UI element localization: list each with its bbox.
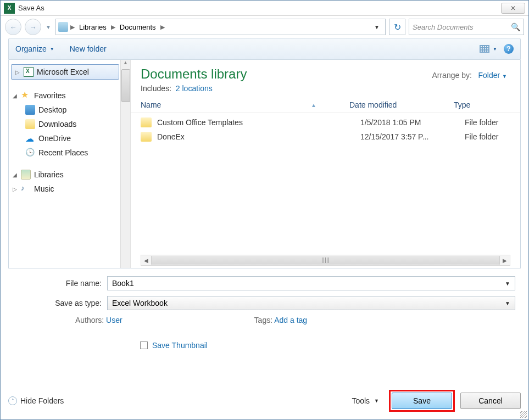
chevron-down-icon: ▼ — [502, 74, 507, 79]
filetype-value: Excel Workbook — [112, 299, 168, 307]
chevron-down-icon[interactable]: ▼ — [505, 281, 510, 287]
tags-field[interactable]: Add a tag — [274, 316, 307, 324]
file-name: DoneEx — [157, 132, 360, 141]
search-input[interactable]: Search Documents 🔍 — [409, 19, 524, 35]
folder-icon — [25, 119, 35, 129]
expand-icon[interactable]: ▷ — [15, 69, 20, 75]
sidebar-item-desktop[interactable]: Desktop — [9, 103, 130, 117]
tags-label: Tags: — [254, 316, 272, 324]
folder-icon — [141, 132, 152, 142]
titlebar: Save As ✕ — [1, 1, 528, 16]
save-thumbnail-label: Save Thumbnail — [152, 341, 208, 350]
collapse-icon[interactable]: ◢ — [12, 172, 18, 178]
authors-field[interactable]: User — [106, 316, 122, 324]
column-header-type[interactable]: Type — [454, 100, 510, 109]
tools-menu[interactable]: Tools ▼ — [352, 396, 379, 405]
column-header-date[interactable]: Date modified — [349, 100, 454, 109]
chevron-right-icon[interactable]: ▶ — [160, 24, 165, 31]
navigation-bar: ← → ▼ ▶ Libraries ▶ Documents ▶ ▼ ↻ Sear… — [1, 16, 528, 38]
file-list-pane: Documents library Includes: 2 locations … — [131, 60, 520, 268]
sidebar-item-favorites[interactable]: ◢ ★ Favorites — [9, 88, 130, 103]
file-rows: Custom Office Templates 1/5/2018 1:05 PM… — [131, 113, 520, 146]
scrollbar-track[interactable] — [151, 256, 500, 265]
chevron-down-icon: ▼ — [493, 47, 497, 52]
sidebar-item-libraries[interactable]: ◢ Libraries — [9, 167, 130, 182]
sidebar-item-downloads[interactable]: Downloads — [9, 117, 130, 131]
file-row[interactable]: Custom Office Templates 1/5/2018 1:05 PM… — [141, 115, 510, 130]
organize-label: Organize — [15, 44, 47, 53]
arrange-by[interactable]: Arrange by: Folder ▼ — [432, 71, 507, 80]
sidebar-item-recent-places[interactable]: 🕓 Recent Places — [9, 145, 130, 160]
hide-folders-button[interactable]: ˄ Hide Folders — [8, 396, 64, 405]
sidebar-item-music[interactable]: ▷ ♪ Music — [9, 182, 130, 196]
chevron-right-icon[interactable]: ▶ — [111, 24, 115, 31]
navigation-pane[interactable]: ▷ Microsoft Excel ◢ ★ Favorites Desktop — [9, 60, 131, 268]
excel-app-icon — [4, 3, 15, 14]
forward-button[interactable]: → — [25, 19, 41, 35]
desktop-icon — [25, 105, 35, 115]
save-button[interactable]: Save — [392, 393, 452, 409]
column-header-label: Name — [141, 100, 161, 109]
scroll-left-icon[interactable]: ◀ — [141, 255, 151, 265]
file-type: File folder — [465, 132, 510, 141]
refresh-button[interactable]: ↻ — [389, 19, 405, 35]
music-icon: ♪ — [21, 184, 31, 194]
folder-icon — [141, 117, 152, 127]
save-thumbnail-row: Save Thumbnail — [14, 341, 515, 350]
chevron-right-icon[interactable]: ▶ — [70, 24, 75, 31]
sidebar-item-label: Music — [34, 184, 54, 193]
organize-menu[interactable]: Organize ▼ — [15, 44, 54, 53]
file-date: 12/15/2017 3:57 P... — [360, 132, 465, 141]
collapse-icon[interactable]: ◢ — [12, 93, 18, 99]
scrollbar-thumb[interactable] — [121, 69, 130, 102]
save-as-dialog: Save As ✕ ← → ▼ ▶ Libraries ▶ Documents … — [0, 0, 529, 420]
scroll-up-icon[interactable]: ▲ — [121, 60, 130, 69]
collapse-icon: ˄ — [8, 396, 17, 405]
sidebar-item-label: Microsoft Excel — [37, 68, 89, 76]
breadcrumb-documents[interactable]: Documents — [118, 19, 158, 35]
dialog-footer: ˄ Hide Folders Tools ▼ Save Cancel — [8, 390, 521, 412]
scroll-right-icon[interactable]: ▶ — [500, 255, 510, 265]
address-bar[interactable]: ▶ Libraries ▶ Documents ▶ ▼ — [55, 19, 386, 35]
breadcrumb-libraries[interactable]: Libraries — [77, 19, 109, 35]
column-header-name[interactable]: Name ▲ — [141, 100, 349, 109]
view-options[interactable]: ▼ — [480, 45, 497, 53]
filename-value: Book1 — [112, 279, 134, 288]
sidebar-item-microsoft-excel[interactable]: ▷ Microsoft Excel — [11, 64, 119, 80]
filename-row: File name: Book1 ▼ — [14, 276, 515, 290]
filename-input[interactable]: Book1 ▼ — [107, 276, 515, 290]
new-folder-button[interactable]: New folder — [70, 44, 107, 53]
save-form: File name: Book1 ▼ Save as type: Excel W… — [1, 268, 528, 355]
cancel-button[interactable]: Cancel — [460, 393, 521, 409]
file-row[interactable]: DoneEx 12/15/2017 3:57 P... File folder — [141, 130, 510, 144]
save-thumbnail-checkbox[interactable] — [140, 341, 148, 349]
address-dropdown[interactable]: ▼ — [371, 24, 383, 30]
expand-icon[interactable]: ▷ — [12, 186, 18, 192]
filename-label: File name: — [14, 279, 107, 288]
horizontal-scrollbar[interactable]: ◀ ▶ — [141, 255, 510, 266]
chevron-down-icon[interactable]: ▼ — [505, 300, 510, 306]
window-title: Save As — [18, 4, 44, 12]
help-button[interactable]: ? — [504, 44, 514, 54]
filetype-select[interactable]: Excel Workbook ▼ — [107, 296, 515, 310]
includes-link[interactable]: 2 locations — [176, 84, 213, 93]
sidebar-item-label: Favorites — [34, 91, 66, 100]
sidebar-scrollbar[interactable]: ▲ — [120, 60, 130, 268]
sidebar-item-onedrive[interactable]: ☁ OneDrive — [9, 131, 130, 145]
sidebar-item-label: Recent Places — [38, 148, 88, 157]
search-icon[interactable]: 🔍 — [511, 23, 520, 31]
new-folder-label: New folder — [70, 44, 107, 53]
arrange-value[interactable]: Folder — [478, 71, 500, 80]
chevron-down-icon: ▼ — [50, 47, 54, 52]
resize-grip[interactable] — [520, 411, 527, 418]
recent-icon: 🕓 — [25, 148, 35, 158]
authors-label: Authors: — [75, 316, 104, 324]
arrange-label: Arrange by: — [432, 71, 471, 80]
close-button[interactable]: ✕ — [501, 3, 525, 14]
file-type: File folder — [465, 118, 510, 127]
back-button[interactable]: ← — [5, 19, 21, 35]
sidebar-item-label: Downloads — [38, 120, 76, 128]
history-dropdown[interactable]: ▼ — [44, 19, 52, 35]
search-placeholder: Search Documents — [413, 23, 474, 31]
cloud-icon: ☁ — [25, 133, 35, 143]
